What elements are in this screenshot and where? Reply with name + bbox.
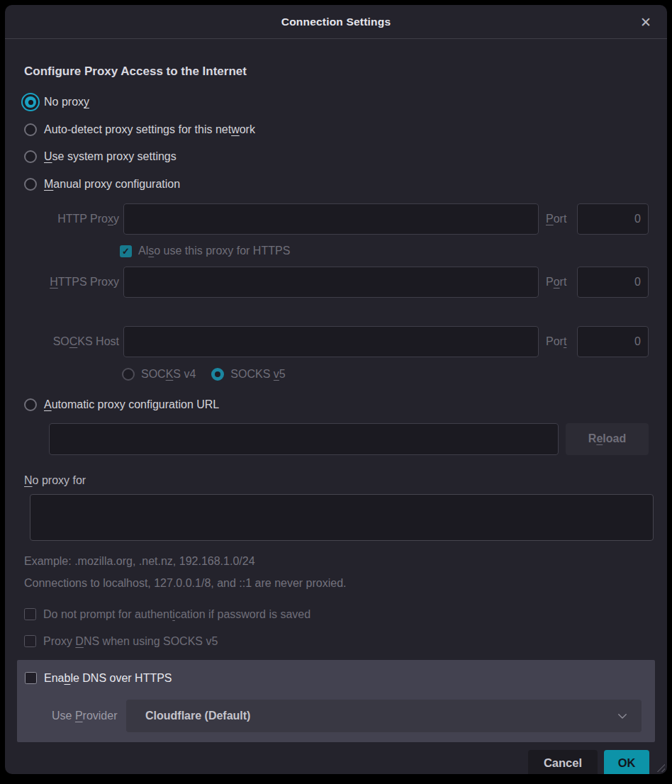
also-https-row[interactable]: ✓ Also use this proxy for HTTPS <box>120 241 649 261</box>
https-port-input[interactable] <box>577 267 649 298</box>
provider-row: Use Provider Cloudflare (Default) <box>25 700 642 732</box>
radio-label-manual: Manual proxy configuration <box>44 178 180 191</box>
http-proxy-input[interactable] <box>123 203 539 235</box>
chevron-down-icon <box>616 710 629 722</box>
dns-over-https-panel: Enable DNS over HTTPS Use Provider Cloud… <box>17 660 655 742</box>
check-icon: ✓ <box>122 246 130 257</box>
also-https-checkbox[interactable]: ✓ <box>120 245 132 257</box>
enable-doh-row[interactable]: Enable DNS over HTTPS <box>25 669 642 688</box>
enable-doh-label: Enable DNS over HTTPS <box>44 672 172 685</box>
proxy-dns-label: Proxy DNS when using SOCKS v5 <box>43 635 218 648</box>
radio-label-no-proxy: No proxy <box>44 96 89 108</box>
provider-dropdown[interactable]: Cloudflare (Default) <box>126 700 642 732</box>
https-proxy-label: HTTPS Proxy <box>24 276 119 289</box>
radio-auto-detect[interactable] <box>24 123 37 136</box>
no-proxy-for-label: No proxy for <box>24 474 649 487</box>
reload-button[interactable]: Reload <box>566 423 649 455</box>
radio-socks-v5[interactable] <box>211 368 224 381</box>
dialog-content: Configure Proxy Access to the Internet N… <box>5 39 667 742</box>
section-heading: Configure Proxy Access to the Internet <box>24 65 649 79</box>
http-proxy-row: HTTP Proxy Port <box>24 203 649 235</box>
http-port-input[interactable] <box>577 203 649 235</box>
https-port-label: Port <box>546 276 577 289</box>
socks-host-input[interactable] <box>123 326 539 357</box>
radio-label-auto-detect: Auto-detect proxy settings for this netw… <box>44 123 255 136</box>
radio-row-no-proxy[interactable]: No proxy <box>24 89 649 116</box>
socks-version-row: SOCKS v4 SOCKS v5 <box>122 364 649 385</box>
cancel-button[interactable]: Cancel <box>528 750 598 775</box>
dialog-title: Connection Settings <box>281 16 391 28</box>
radio-label-use-system: Use system proxy settings <box>44 150 177 163</box>
proxy-dns-row[interactable]: Proxy DNS when using SOCKS v5 <box>24 635 649 648</box>
localhost-note-text: Connections to localhost, 127.0.0.1/8, a… <box>24 577 649 590</box>
provider-selected-value: Cloudflare (Default) <box>145 710 616 722</box>
radio-no-proxy[interactable] <box>21 93 40 111</box>
no-prompt-auth-label: Do not prompt for authentication if pass… <box>43 608 310 621</box>
radio-row-auto-config[interactable]: Automatic proxy configuration URL <box>24 391 649 419</box>
socks-port-input[interactable] <box>577 326 649 357</box>
socks-v4-label: SOCKS v4 <box>141 368 196 381</box>
auto-config-url-row: Reload <box>49 423 649 455</box>
connection-settings-dialog: Connection Settings ✕ Configure Proxy Ac… <box>5 5 667 774</box>
close-button[interactable]: ✕ <box>636 12 656 32</box>
close-icon: ✕ <box>640 14 651 30</box>
radio-socks-v4[interactable] <box>122 368 135 381</box>
socks-port-label: Port <box>546 335 577 348</box>
radio-row-use-system[interactable]: Use system proxy settings <box>24 143 649 171</box>
use-provider-label: Use Provider <box>25 710 126 722</box>
socks-v5-label: SOCKS v5 <box>230 368 285 381</box>
https-proxy-input[interactable] <box>123 267 539 298</box>
enable-doh-checkbox[interactable] <box>25 672 37 684</box>
radio-use-system[interactable] <box>24 150 37 163</box>
radio-row-auto-detect[interactable]: Auto-detect proxy settings for this netw… <box>24 116 649 144</box>
auto-config-url-input[interactable] <box>49 423 559 455</box>
dialog-footer: Cancel OK <box>5 742 667 775</box>
dialog-titlebar: Connection Settings ✕ <box>5 5 667 39</box>
ok-button[interactable]: OK <box>604 750 649 775</box>
radio-label-auto-config: Automatic proxy configuration URL <box>44 398 219 411</box>
socks-host-row: SOCKS Host Port <box>24 326 649 357</box>
radio-auto-config[interactable] <box>24 398 37 411</box>
https-proxy-row: HTTPS Proxy Port <box>24 267 649 298</box>
radio-manual[interactable] <box>24 178 37 191</box>
also-https-label: Also use this proxy for HTTPS <box>138 245 290 257</box>
no-proxy-for-textarea[interactable] <box>30 494 654 541</box>
manual-proxy-section: HTTP Proxy Port ✓ Also use this proxy fo… <box>24 203 649 385</box>
no-prompt-auth-checkbox[interactable] <box>24 608 36 620</box>
no-prompt-auth-row[interactable]: Do not prompt for authentication if pass… <box>24 608 649 621</box>
socks-host-label: SOCKS Host <box>24 335 119 348</box>
http-proxy-label: HTTP Proxy <box>24 213 119 225</box>
no-proxy-example-text: Example: .mozilla.org, .net.nz, 192.168.… <box>24 555 649 568</box>
radio-row-manual[interactable]: Manual proxy configuration <box>24 171 649 198</box>
http-port-label: Port <box>546 213 577 225</box>
proxy-dns-checkbox[interactable] <box>24 635 36 647</box>
